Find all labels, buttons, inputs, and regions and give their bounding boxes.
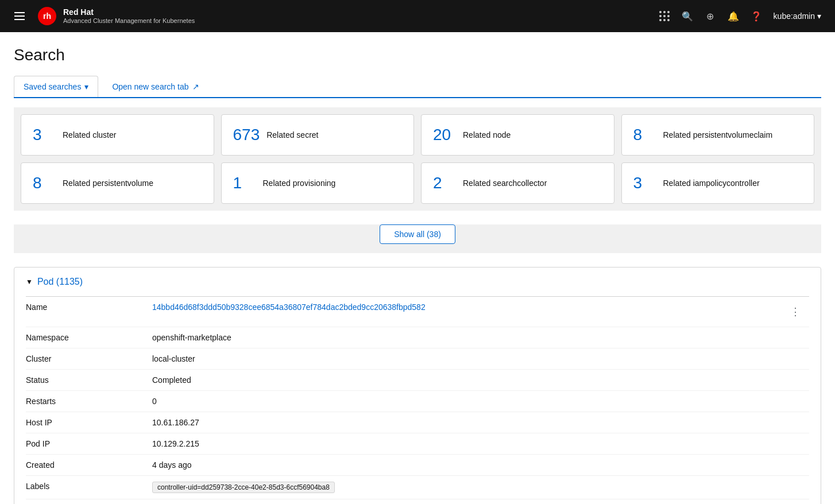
pod-section-title: Pod (1135) bbox=[37, 277, 83, 287]
pod-host-ip-value: 10.61.186.27 bbox=[152, 418, 786, 427]
apps-grid-icon bbox=[659, 11, 670, 21]
notifications-button[interactable]: 🔔 bbox=[723, 6, 744, 26]
related-card[interactable]: 3 Related cluster bbox=[21, 114, 214, 156]
brand-subtitle: Advanced Cluster Management for Kubernet… bbox=[63, 17, 195, 25]
hamburger-icon bbox=[14, 12, 25, 20]
brand-text: Red Hat Advanced Cluster Management for … bbox=[63, 7, 195, 25]
pod-section-header[interactable]: ▼ Pod (1135) bbox=[26, 277, 809, 287]
related-card[interactable]: 8 Related persistentvolume bbox=[21, 162, 214, 204]
related-card[interactable]: 3 Related iampolicycontroller bbox=[621, 162, 815, 204]
related-card[interactable]: 8 Related persistentvolumeclaim bbox=[621, 114, 815, 156]
pod-namespace-row: Namespace openshift-marketplace bbox=[26, 327, 809, 348]
external-link-icon: ↗ bbox=[192, 82, 199, 91]
dropdown-icon: ▾ bbox=[84, 82, 88, 91]
row-menu-button[interactable]: ⋮ bbox=[786, 303, 805, 321]
pod-pod-ip-key: Pod IP bbox=[26, 439, 152, 448]
pod-cluster-key: Cluster bbox=[26, 354, 152, 363]
related-label: Related provisioning bbox=[263, 179, 336, 188]
username-label: kube:admin bbox=[774, 11, 815, 21]
related-label: Related searchcollector bbox=[463, 179, 547, 188]
related-count: 8 bbox=[633, 126, 656, 144]
saved-searches-button[interactable]: Saved searches ▾ bbox=[14, 76, 98, 97]
related-label: Related node bbox=[463, 130, 511, 139]
pod-restarts-key: Restarts bbox=[26, 397, 152, 406]
related-label: Related cluster bbox=[63, 130, 116, 139]
brand-logo: rh Red Hat Advanced Cluster Management f… bbox=[37, 6, 195, 26]
pod-host-ip-key: Host IP bbox=[26, 418, 152, 427]
pod-status-key: Status bbox=[26, 375, 152, 385]
plus-icon: ⊕ bbox=[706, 11, 714, 22]
pod-labels-row: Labels controller-uid=dd259738-2cce-40e2… bbox=[26, 476, 809, 499]
related-count: 1 bbox=[233, 174, 256, 192]
page-content: Search Saved searches ▾ Open new search … bbox=[0, 32, 835, 504]
help-icon: ❓ bbox=[751, 11, 762, 22]
chevron-down-icon: ▾ bbox=[817, 11, 821, 21]
page-title: Search bbox=[14, 46, 821, 64]
pod-namespace-key: Namespace bbox=[26, 333, 152, 342]
pod-restarts-value: 0 bbox=[152, 397, 786, 406]
related-label: Related persistentvolumeclaim bbox=[663, 130, 773, 139]
related-card[interactable]: 2 Related searchcollector bbox=[421, 162, 614, 204]
pod-namespace-value: openshift-marketplace bbox=[152, 333, 786, 342]
pod-restarts-row: Restarts 0 bbox=[26, 391, 809, 412]
pod-pod-ip-value: 10.129.2.215 bbox=[152, 439, 786, 448]
open-tab-label: Open new search tab bbox=[112, 82, 188, 91]
svg-text:rh: rh bbox=[43, 11, 51, 21]
pod-created-key: Created bbox=[26, 460, 152, 470]
search-icon: 🔍 bbox=[682, 11, 693, 22]
pod-name-value[interactable]: 14bbd46d68f3ddd50b9328cee6854a36807ef784… bbox=[152, 303, 786, 312]
pod-pod-ip-row: Pod IP 10.129.2.215 bbox=[26, 433, 809, 455]
add-button[interactable]: ⊕ bbox=[700, 6, 721, 26]
pod-name-row: Name 14bbd46d68f3ddd50b9328cee6854a36807… bbox=[26, 297, 809, 327]
pod-status-row: Status Completed bbox=[26, 370, 809, 391]
saved-searches-label: Saved searches bbox=[24, 82, 81, 91]
related-card[interactable]: 20 Related node bbox=[421, 114, 614, 156]
pod-section: ▼ Pod (1135) Name 14bbd46d68f3ddd50b9328… bbox=[14, 267, 821, 504]
brand-name: Red Hat bbox=[63, 7, 195, 17]
related-card[interactable]: 673 Related secret bbox=[221, 114, 415, 156]
hamburger-menu-button[interactable] bbox=[9, 6, 30, 26]
redhat-logo-icon: rh bbox=[37, 6, 57, 26]
related-count: 3 bbox=[633, 174, 656, 192]
show-all-container: Show all (38) bbox=[14, 224, 821, 253]
help-button[interactable]: ❓ bbox=[746, 6, 767, 26]
pod-name-key: Name bbox=[26, 303, 152, 312]
pod-status-value: Completed bbox=[152, 375, 786, 385]
related-card[interactable]: 1 Related provisioning bbox=[221, 162, 415, 204]
pod-created-value: 4 days ago bbox=[152, 460, 786, 470]
related-label: Related persistentvolume bbox=[63, 179, 153, 188]
pod-labels-key: Labels bbox=[26, 482, 152, 491]
toolbar: Saved searches ▾ Open new search tab ↗ bbox=[14, 76, 821, 98]
pod-host-ip-row: Host IP 10.61.186.27 bbox=[26, 412, 809, 433]
related-count: 8 bbox=[33, 174, 56, 192]
bell-icon: 🔔 bbox=[728, 11, 739, 22]
top-navigation: rh Red Hat Advanced Cluster Management f… bbox=[0, 0, 835, 32]
related-count: 3 bbox=[33, 126, 56, 144]
pod-cluster-value: local-cluster bbox=[152, 354, 786, 363]
related-count: 20 bbox=[433, 126, 456, 144]
pod-labels-value: controller-uid=dd259738-2cce-40e2-85d3-6… bbox=[152, 482, 786, 493]
pod-cluster-row: Cluster local-cluster bbox=[26, 348, 809, 370]
pod-created-row: Created 4 days ago bbox=[26, 455, 809, 476]
user-menu[interactable]: kube:admin ▾ bbox=[769, 9, 826, 23]
related-cards-grid: 3 Related cluster 673 Related secret 20 … bbox=[14, 107, 821, 211]
open-new-tab-link[interactable]: Open new search tab ↗ bbox=[103, 76, 208, 97]
label-badge: controller-uid=dd259738-2cce-40e2-85d3-6… bbox=[152, 482, 335, 493]
related-count: 673 bbox=[233, 126, 260, 144]
show-all-button[interactable]: Show all (38) bbox=[380, 224, 455, 244]
related-count: 2 bbox=[433, 174, 456, 192]
related-label: Related iampolicycontroller bbox=[663, 179, 760, 188]
search-button[interactable]: 🔍 bbox=[677, 6, 698, 26]
chevron-down-icon: ▼ bbox=[26, 278, 33, 286]
topnav-icons: 🔍 ⊕ 🔔 ❓ kube:admin ▾ bbox=[654, 6, 826, 26]
apps-grid-button[interactable] bbox=[654, 6, 675, 26]
related-label: Related secret bbox=[266, 130, 318, 139]
pod-detail-table: Name 14bbd46d68f3ddd50b9328cee6854a36807… bbox=[26, 296, 809, 499]
